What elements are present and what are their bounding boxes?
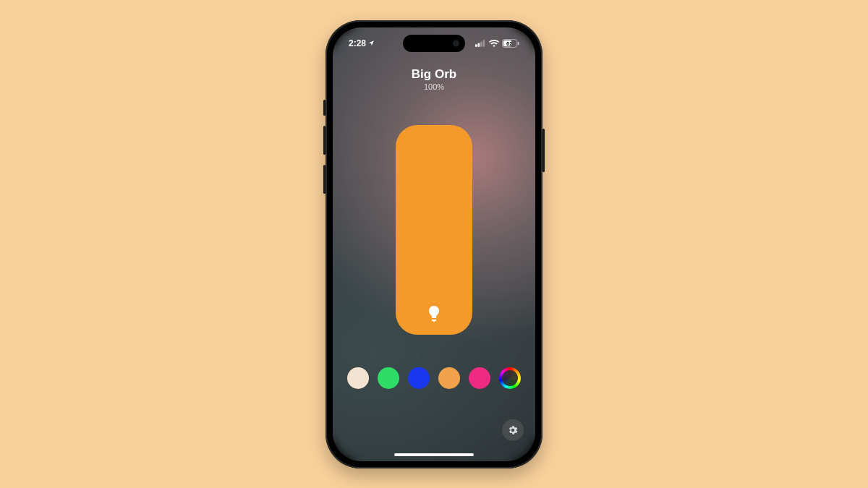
svg-rect-2 [480, 41, 482, 46]
lightbulb-icon [428, 306, 440, 323]
cellular-icon [475, 40, 486, 47]
wifi-icon [489, 40, 499, 47]
svg-rect-0 [475, 44, 477, 47]
light-name: Big Orb [333, 67, 535, 82]
light-title-block: Big Orb 100% [333, 67, 535, 91]
svg-rect-1 [478, 43, 480, 46]
light-brightness-label: 100% [333, 82, 535, 91]
brightness-slider[interactable] [396, 125, 472, 335]
gear-icon [507, 424, 519, 436]
swatch-orange[interactable] [438, 367, 460, 389]
side-buttons-left [323, 100, 326, 204]
power-button [542, 129, 545, 172]
swatch-blue[interactable] [408, 367, 430, 389]
swatch-warm-white[interactable] [347, 367, 369, 389]
svg-rect-6 [518, 41, 519, 45]
screen: 2:28 62 [333, 27, 535, 461]
swatch-color-wheel[interactable] [499, 367, 521, 389]
iphone-frame: 2:28 62 [326, 20, 542, 468]
status-time: 2:28 [349, 38, 366, 48]
color-swatch-row [333, 367, 535, 389]
silence-switch [323, 100, 326, 116]
home-indicator[interactable] [394, 453, 474, 456]
settings-button[interactable] [502, 419, 524, 441]
volume-up-button [323, 126, 326, 155]
battery-icon: 62 [502, 39, 519, 48]
dynamic-island [403, 35, 465, 52]
volume-down-button [323, 165, 326, 194]
location-icon [368, 40, 375, 46]
battery-text: 62 [506, 40, 512, 46]
swatch-pink[interactable] [469, 367, 490, 389]
swatch-green[interactable] [378, 367, 399, 389]
svg-rect-3 [483, 40, 485, 47]
